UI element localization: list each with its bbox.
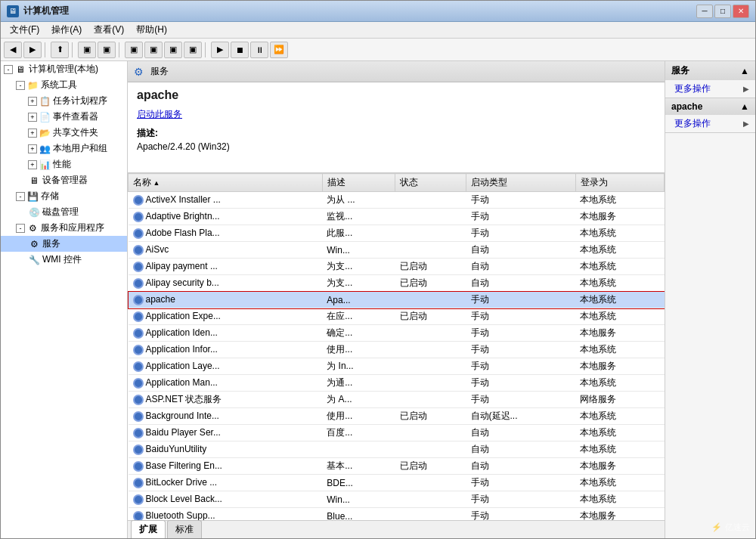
minimize-button[interactable]: ─	[696, 5, 713, 18]
table-row[interactable]: Application Expe...在应...已启动手动本地系统	[129, 308, 665, 325]
tree-local-users[interactable]: + 👥 本地用户和组	[1, 141, 127, 156]
service-icon	[133, 461, 144, 472]
table-row[interactable]: AiSvcWin...自动本地系统	[129, 242, 665, 259]
tree-services[interactable]: ⚙ 服务	[1, 236, 127, 252]
table-row[interactable]: Application Infor...使用...手动本地系统	[129, 342, 665, 358]
tree-device-manager[interactable]: 🖥 设备管理器	[1, 172, 127, 188]
table-row[interactable]: Alipay payment ...为支...已启动自动本地系统	[129, 259, 665, 275]
arrow-icon-2: ▶	[743, 119, 749, 128]
service-startup: 自动	[466, 259, 576, 275]
table-row[interactable]: Application Man...为通...手动本地系统	[129, 375, 665, 392]
service-name: Block Level Back...	[146, 494, 222, 504]
services-folder-icon: ⚙	[26, 222, 39, 234]
tree-shared-folders[interactable]: + 📂 共享文件夹	[1, 125, 127, 141]
table-row[interactable]: BaiduYunUtility自动本地系统	[129, 441, 665, 458]
tree-storage[interactable]: - 💾 存储	[1, 188, 127, 204]
col-login[interactable]: 登录为	[575, 174, 664, 192]
menu-help[interactable]: 帮助(H)	[130, 22, 173, 38]
service-startup: 手动	[466, 491, 576, 508]
tree-root[interactable]: - 🖥 计算机管理(本地)	[1, 61, 127, 77]
stop-btn[interactable]: ⏹	[231, 42, 249, 58]
ops-more-actions-2[interactable]: 更多操作 ▶	[665, 115, 755, 132]
col-startup[interactable]: 启动类型	[466, 174, 576, 192]
perf-expander[interactable]: +	[28, 160, 37, 169]
service-status	[395, 375, 466, 392]
service-desc: 百度...	[322, 425, 395, 441]
maximize-button[interactable]: □	[714, 5, 731, 18]
tree-shared-label: 共享文件夹	[53, 126, 98, 139]
ops-more-actions-1[interactable]: 更多操作 ▶	[665, 80, 755, 98]
table-row[interactable]: apacheApa...手动本地系统	[129, 292, 665, 308]
close-button[interactable]: ✕	[733, 5, 749, 18]
services-table-area[interactable]: 名称 描述 状态 启动类型 登录为 ActiveX Installer ...为…	[128, 173, 665, 520]
pause-btn[interactable]: ⏸	[250, 42, 268, 58]
service-status	[395, 225, 466, 242]
ev-expander[interactable]: +	[28, 113, 37, 122]
menu-file[interactable]: 文件(F)	[4, 22, 45, 38]
tree-wmi[interactable]: 🔧 WMI 控件	[1, 252, 127, 268]
back-button[interactable]: ◀	[4, 42, 22, 58]
table-row[interactable]: Bluetooth Supp...Blue...手动本地服务	[129, 508, 665, 521]
resume-btn[interactable]: ⏩	[270, 42, 288, 58]
service-login: 本地系统	[575, 408, 664, 425]
sa-expander[interactable]: -	[16, 224, 25, 233]
menu-view[interactable]: 查看(V)	[88, 22, 130, 38]
table-row[interactable]: Adaptive Brightn...监视...手动本地服务	[129, 209, 665, 225]
show-tree-btn[interactable]: ▣	[98, 42, 116, 58]
tree-event-viewer[interactable]: + 📄 事件查看器	[1, 109, 127, 125]
table-row[interactable]: BitLocker Drive ...BDE...手动本地系统	[129, 475, 665, 491]
app-icon: 🖥	[7, 5, 19, 17]
ts-expander[interactable]: +	[28, 97, 37, 106]
view4-btn[interactable]: ▣	[184, 42, 202, 58]
table-row[interactable]: Application Laye...为 In...手动本地服务	[129, 358, 665, 375]
view2-btn[interactable]: ▣	[144, 42, 163, 58]
table-row[interactable]: Baidu Player Ser...百度...自动本地系统	[129, 425, 665, 441]
system-tools-expander[interactable]: -	[16, 81, 25, 90]
start-service-link[interactable]: 启动此服务	[137, 109, 182, 119]
tree-users-label: 本地用户和组	[53, 142, 107, 155]
tree-system-tools-label: 系统工具	[41, 79, 77, 91]
service-login: 本地系统	[575, 225, 664, 242]
table-row[interactable]: Base Filtering En...基本...已启动自动本地服务	[129, 458, 665, 475]
root-expander[interactable]: -	[4, 65, 13, 74]
tree-system-tools[interactable]: - 📁 系统工具	[1, 77, 127, 93]
window-controls: ─ □ ✕	[696, 5, 749, 18]
service-login: 本地服务	[575, 209, 664, 225]
view1-btn[interactable]: ▣	[125, 42, 143, 58]
up-button[interactable]: ⬆	[51, 42, 69, 58]
table-row[interactable]: Application Iden...确定...手动本地服务	[129, 325, 665, 342]
tree-performance[interactable]: + 📊 性能	[1, 156, 127, 172]
service-detail: apache 启动此服务 描述: Apache/2.4.20 (Win32)	[128, 82, 665, 173]
service-desc: BDE...	[322, 475, 395, 491]
col-status[interactable]: 状态	[395, 174, 466, 192]
table-row[interactable]: Alipay security b...为支...已启动自动本地系统	[129, 275, 665, 292]
tree-disk-management[interactable]: 💿 磁盘管理	[1, 204, 127, 220]
forward-button[interactable]: ▶	[23, 42, 42, 58]
computer-icon: 🖥	[14, 64, 26, 76]
show-hide-btn[interactable]: ▣	[78, 42, 96, 58]
view3-btn[interactable]: ▣	[164, 42, 182, 58]
sf-expander[interactable]: +	[28, 129, 37, 138]
storage-expander[interactable]: -	[16, 192, 25, 201]
play-btn[interactable]: ▶	[211, 42, 229, 58]
table-row[interactable]: Block Level Back...Win...手动本地系统	[129, 491, 665, 508]
col-desc[interactable]: 描述	[322, 174, 395, 192]
tree-task-scheduler[interactable]: + 📋 任务计划程序	[1, 93, 127, 109]
tree-services-apps[interactable]: - ⚙ 服务和应用程序	[1, 220, 127, 236]
tab-standard[interactable]: 标准	[167, 520, 202, 538]
table-row[interactable]: Background Inte...使用...已启动自动(延迟...本地系统	[129, 408, 665, 425]
service-status	[395, 325, 466, 342]
tab-expand[interactable]: 扩展	[131, 520, 166, 538]
separator-3	[119, 42, 122, 57]
operations-panel: 服务 ▲ 更多操作 ▶ apache ▲ 更多操作 ▶	[665, 61, 755, 538]
menu-action[interactable]: 操作(A)	[45, 22, 88, 38]
service-desc: 基本...	[322, 458, 395, 475]
lu-expander[interactable]: +	[28, 144, 37, 153]
service-login: 本地系统	[575, 308, 664, 325]
table-row[interactable]: ActiveX Installer ...为从 ...手动本地系统	[129, 192, 665, 209]
table-row[interactable]: ASP.NET 状态服务为 A...手动网络服务	[129, 392, 665, 408]
col-name[interactable]: 名称	[129, 174, 323, 192]
table-row[interactable]: Adobe Flash Pla...此服...手动本地系统	[129, 225, 665, 242]
service-status	[395, 441, 466, 458]
service-status	[395, 491, 466, 508]
